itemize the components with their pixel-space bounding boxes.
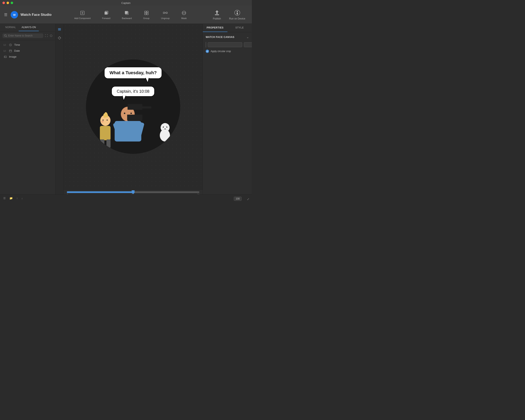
collapse-btn[interactable]: ⌄ [246, 35, 249, 39]
properties-title: WATCH FACE CANVAS [206, 36, 234, 38]
clock-icon [9, 44, 12, 46]
layer-item-time[interactable]: 12: Time [0, 42, 55, 48]
add-component-icon [80, 10, 85, 16]
svg-text:W: W [13, 13, 16, 16]
speech-bubble-1: What a Tuesday, huh? [104, 67, 162, 79]
layer-time-label: Time [14, 43, 20, 46]
backward-button[interactable]: Backward [119, 9, 134, 21]
bottom-menu-btn[interactable]: ☰ [2, 196, 7, 200]
search-more-btn[interactable]: ⬡ [49, 34, 53, 38]
maximize-btn[interactable] [11, 2, 13, 4]
svg-rect-9 [145, 11, 146, 13]
svg-rect-34 [58, 29, 61, 29]
layer-image-label: Image [9, 55, 16, 58]
toolbar-left: ☰ W Watch Face Studio [3, 11, 51, 19]
side-strip [55, 24, 64, 202]
run-on-device-icon [234, 9, 241, 16]
mask-label: Mask [181, 17, 187, 19]
svg-rect-27 [9, 50, 12, 52]
zoom-display: 100 [234, 197, 242, 201]
captain-figure [112, 107, 145, 152]
group-button[interactable]: Group [141, 9, 152, 21]
watch-face[interactable]: What a Tuesday, huh? Captain, it's 10:08 [86, 59, 180, 154]
titlebar: Captain [0, 0, 252, 6]
speech-bubble-2: Captain, it's 10:08 [111, 86, 155, 97]
svg-point-36 [60, 37, 60, 38]
window-title: Captain [122, 1, 131, 5]
toolbar: ☰ W Watch Face Studio Add Component [0, 6, 252, 24]
bottom-folder-btn[interactable]: 📁 [9, 196, 14, 200]
bottom-upload-btn[interactable]: ↑ [16, 196, 19, 200]
sidebar: NORMAL ALWAYS-ON ⛶ ⬡ 12: [0, 24, 55, 202]
opacity-wrap: 100 % [244, 42, 252, 47]
backward-icon [124, 10, 130, 16]
tab-always-on[interactable]: ALWAYS-ON [19, 24, 39, 31]
forward-button[interactable]: Forward [100, 9, 113, 21]
svg-rect-5 [105, 12, 107, 15]
search-input-wrap [2, 33, 43, 38]
layer-item-date[interactable]: 12: Date [0, 48, 55, 54]
publish-button[interactable]: Publish [210, 8, 224, 21]
bottom-bar: ☰ 📁 ↑ ↓ 100 ⤢ [0, 194, 252, 202]
svg-rect-14 [166, 12, 167, 14]
tab-properties[interactable]: PROPERTIES [203, 24, 227, 32]
toolbar-center: Add Component Forward Backward [51, 9, 209, 21]
forward-label: Forward [102, 17, 110, 19]
layers-strip-btn[interactable] [56, 26, 63, 32]
svg-rect-17 [182, 12, 186, 13]
tab-style[interactable]: STYLE [227, 24, 252, 32]
circular-crop-checkbox[interactable] [206, 50, 209, 53]
canvas-area: What a Tuesday, huh? Captain, it's 10:08 [64, 24, 203, 202]
add-component-button[interactable]: Add Component [72, 9, 93, 21]
publish-icon [214, 9, 220, 16]
tags-strip-btn[interactable] [56, 35, 63, 41]
forward-icon [103, 10, 109, 16]
opacity-input[interactable]: 100 [244, 42, 252, 47]
sidebar-tabs: NORMAL ALWAYS-ON [0, 24, 55, 31]
comic-scene: What a Tuesday, huh? Captain, it's 10:08 [86, 59, 180, 154]
ungroup-icon [162, 10, 168, 16]
timeline-fill [67, 191, 133, 193]
svg-rect-31 [4, 56, 7, 58]
mask-button[interactable]: Mask [179, 9, 189, 21]
fullscreen-button[interactable]: ⤢ [247, 197, 249, 201]
search-input[interactable] [8, 34, 42, 37]
properties-header: WATCH FACE CANVAS ⌄ [206, 35, 249, 39]
svg-rect-35 [58, 30, 61, 30]
backward-label: Backward [122, 17, 132, 19]
canvas-viewport: What a Tuesday, huh? Captain, it's 10:08 [64, 24, 203, 189]
publish-label: Publish [213, 17, 221, 20]
svg-point-22 [5, 35, 6, 37]
layer-date-label: Date [14, 49, 20, 52]
menu-button[interactable]: ☰ [3, 12, 8, 18]
image-icon [3, 55, 7, 58]
search-icon [4, 34, 7, 37]
color-hex-input[interactable]: #000000 [208, 42, 242, 47]
timeline-track-area [67, 190, 199, 193]
tab-normal[interactable]: NORMAL [2, 24, 19, 31]
toolbar-right: Publish Run on Device [210, 8, 249, 21]
app-logo: W [11, 11, 18, 19]
run-on-device-button[interactable]: Run on Device [226, 8, 249, 21]
run-on-device-label: Run on Device [229, 17, 245, 20]
circular-crop-label: Apply circular crop [211, 50, 231, 53]
search-filter-btn[interactable]: ⛶ [45, 34, 48, 38]
close-btn[interactable] [2, 2, 5, 4]
timeline-track[interactable] [67, 191, 199, 193]
svg-rect-12 [147, 13, 148, 15]
bottom-left: ☰ 📁 ↑ ↓ [2, 196, 24, 200]
minimize-btn[interactable] [7, 2, 9, 4]
svg-rect-10 [147, 11, 148, 13]
color-swatch[interactable] [206, 42, 206, 47]
svg-point-20 [237, 11, 238, 12]
main-area: NORMAL ALWAYS-ON ⛶ ⬡ 12: [0, 24, 252, 202]
svg-rect-8 [125, 11, 128, 14]
mask-icon [181, 10, 187, 16]
ungroup-button[interactable]: Ungroup [159, 9, 172, 21]
properties-section: WATCH FACE CANVAS ⌄ #000000 100 % Apply … [203, 32, 252, 56]
bottom-download-btn[interactable]: ↓ [21, 196, 24, 200]
add-component-label: Add Component [74, 17, 91, 19]
app-name: Watch Face Studio [20, 13, 51, 17]
layer-item-image[interactable]: Image [0, 54, 55, 60]
svg-rect-11 [145, 13, 146, 15]
